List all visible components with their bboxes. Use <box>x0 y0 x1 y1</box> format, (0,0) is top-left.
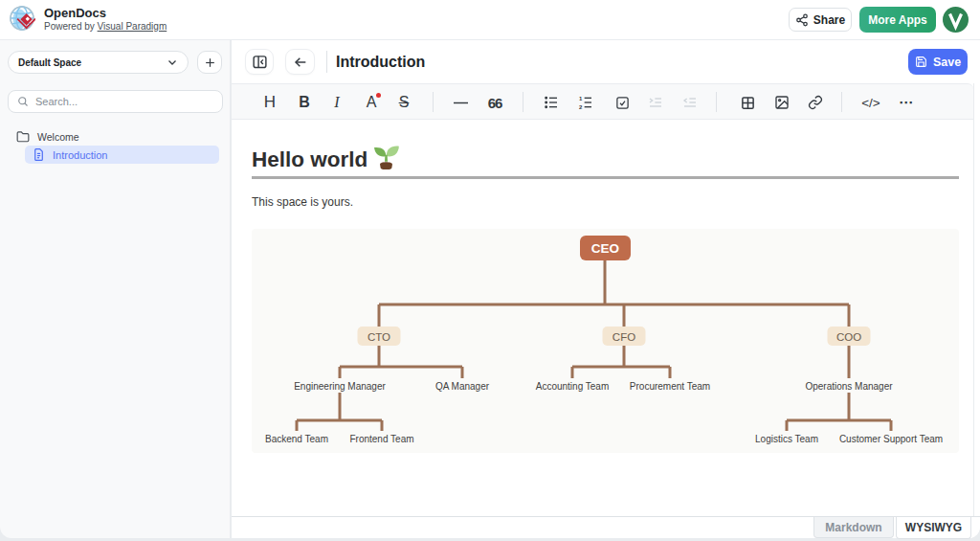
svg-text:COO: COO <box>836 331 861 343</box>
svg-text:Customer Support Team: Customer Support Team <box>839 434 943 444</box>
svg-text:Frontend Team: Frontend Team <box>349 434 413 444</box>
svg-text:CFO: CFO <box>612 331 635 343</box>
svg-text:CTO: CTO <box>368 331 390 343</box>
svg-text:1: 1 <box>579 96 583 101</box>
svg-text:Accounting Team: Accounting Team <box>536 381 610 392</box>
svg-text:Procurement Team: Procurement Team <box>630 381 710 392</box>
svg-text:Engineering Manager: Engineering Manager <box>294 381 386 392</box>
svg-text:2: 2 <box>579 104 583 110</box>
svg-text:QA Manager: QA Manager <box>435 381 490 392</box>
svg-text:CEO: CEO <box>591 241 619 256</box>
svg-text:Backend Team: Backend Team <box>265 434 328 444</box>
svg-text:Operations Manager: Operations Manager <box>805 381 893 392</box>
svg-text:Logistics Team: Logistics Team <box>755 434 818 444</box>
